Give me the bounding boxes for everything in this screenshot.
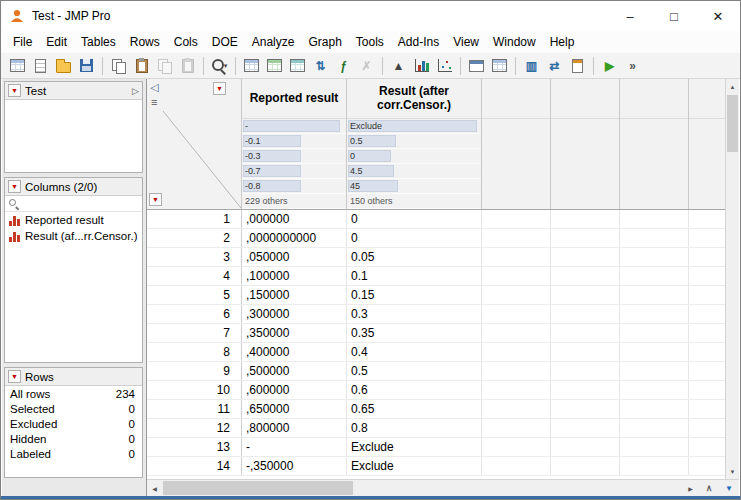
- jump-to-top-icon[interactable]: ∧: [699, 480, 719, 497]
- subset-button[interactable]: [263, 55, 286, 77]
- menu-item-graph[interactable]: Graph: [301, 33, 348, 51]
- cell-result[interactable]: 0.05: [347, 248, 482, 266]
- menu-item-cols[interactable]: Cols: [167, 33, 205, 51]
- row-number-cell[interactable]: 10: [147, 381, 242, 399]
- row-number-cell[interactable]: 2: [147, 229, 242, 247]
- header-preview-row[interactable]: -0.8: [242, 179, 346, 194]
- cell-reported-result[interactable]: ,100000: [242, 267, 347, 285]
- cell-result[interactable]: Exclude: [347, 457, 482, 475]
- title-bar[interactable]: Test - JMP Pro – □ ✕: [1, 1, 740, 31]
- header-graph-menu-icon[interactable]: ≡: [151, 96, 157, 108]
- cell-reported-result[interactable]: ,000000: [242, 210, 347, 228]
- maximize-button[interactable]: □: [652, 1, 696, 31]
- header-preview-row[interactable]: -: [242, 119, 346, 134]
- menu-item-rows[interactable]: Rows: [123, 33, 167, 51]
- close-button[interactable]: ✕: [696, 1, 740, 31]
- menu-item-doe[interactable]: DOE: [205, 33, 245, 51]
- header-preview-row[interactable]: 229 others: [242, 194, 346, 209]
- row-number-cell[interactable]: 12: [147, 419, 242, 437]
- vertical-scrollbar[interactable]: ▲ ▼: [725, 79, 739, 479]
- sort-ascending-button[interactable]: ▲: [387, 55, 410, 77]
- menu-item-window[interactable]: Window: [486, 33, 543, 51]
- row-number-cell[interactable]: 9: [147, 362, 242, 380]
- scroll-right-icon[interactable]: ▶: [683, 480, 698, 496]
- cell-reported-result[interactable]: ,500000: [242, 362, 347, 380]
- header-preview-row[interactable]: 4.5: [347, 164, 481, 179]
- header-preview-row[interactable]: -0.7: [242, 164, 346, 179]
- columns-menu-red-triangle-icon[interactable]: ▼: [213, 82, 226, 95]
- header-preview-row[interactable]: -0.3: [242, 149, 346, 164]
- cell-result[interactable]: 0.65: [347, 400, 482, 418]
- menu-item-view[interactable]: View: [446, 33, 486, 51]
- journal-button[interactable]: [566, 55, 589, 77]
- sort-button[interactable]: ⇅: [309, 55, 332, 77]
- join-button[interactable]: [286, 55, 309, 77]
- formula-editor-button[interactable]: ƒ: [332, 55, 355, 77]
- cell-reported-result[interactable]: ,400000: [242, 343, 347, 361]
- new-data-table-button[interactable]: [6, 55, 29, 77]
- tabulate-button[interactable]: [488, 55, 511, 77]
- columns-red-triangle-icon[interactable]: ▼: [8, 180, 21, 193]
- rows-red-triangle-icon[interactable]: ▼: [8, 370, 21, 383]
- new-journal-button[interactable]: [29, 55, 52, 77]
- menu-item-file[interactable]: File: [6, 33, 39, 51]
- rows-menu-red-triangle-icon[interactable]: ▼: [149, 193, 162, 206]
- header-preview-row[interactable]: 0.5: [347, 134, 481, 149]
- toolbar-options-button[interactable]: »: [621, 55, 644, 77]
- row-number-cell[interactable]: 6: [147, 305, 242, 323]
- header-preview-row[interactable]: 0: [347, 149, 481, 164]
- cell-reported-result[interactable]: ,600000: [242, 381, 347, 399]
- copy-button[interactable]: [107, 55, 130, 77]
- distribution-button[interactable]: [410, 55, 433, 77]
- header-preview-row[interactable]: 150 others: [347, 194, 481, 209]
- header-preview-row[interactable]: Exclude: [347, 119, 481, 134]
- cell-reported-result[interactable]: ,050000: [242, 248, 347, 266]
- vertical-scroll-thumb[interactable]: [727, 95, 738, 152]
- cell-reported-result[interactable]: ,0000000000: [242, 229, 347, 247]
- horizontal-scroll-thumb[interactable]: [163, 481, 353, 495]
- horizontal-scrollbar[interactable]: ◀ ▶: [147, 479, 698, 496]
- cell-result[interactable]: 0: [347, 229, 482, 247]
- row-number-cell[interactable]: 7: [147, 324, 242, 342]
- scroll-down-icon[interactable]: ▼: [726, 464, 739, 479]
- table-dropdown-icon[interactable]: ▼: [719, 480, 739, 497]
- scroll-up-icon[interactable]: ▲: [726, 79, 739, 94]
- menu-item-tables[interactable]: Tables: [74, 33, 123, 51]
- column-header-result-after-censor[interactable]: Result (after corr.Censor.)Exclude0.504.…: [347, 79, 482, 209]
- row-number-cell[interactable]: 1: [147, 210, 242, 228]
- cell-result[interactable]: 0.35: [347, 324, 482, 342]
- menu-item-help[interactable]: Help: [543, 33, 582, 51]
- panel-expand-icon[interactable]: ▷: [132, 86, 139, 96]
- cell-reported-result[interactable]: ,800000: [242, 419, 347, 437]
- menu-item-addins[interactable]: Add-Ins: [391, 33, 446, 51]
- column-switcher-button[interactable]: ⇄: [543, 55, 566, 77]
- menu-item-tools[interactable]: Tools: [349, 33, 391, 51]
- header-preview-row[interactable]: -0.1: [242, 134, 346, 149]
- row-number-cell[interactable]: 3: [147, 248, 242, 266]
- column-header-reported-result[interactable]: Reported result--0.1-0.3-0.7-0.8229 othe…: [242, 79, 347, 209]
- cell-reported-result[interactable]: ,650000: [242, 400, 347, 418]
- row-number-cell[interactable]: 11: [147, 400, 242, 418]
- run-script-button[interactable]: ▶: [598, 55, 621, 77]
- table-red-triangle-icon[interactable]: ▼: [8, 84, 21, 97]
- header-preview-row[interactable]: 45: [347, 179, 481, 194]
- columns-search-row[interactable]: [5, 196, 142, 212]
- graph-builder-button[interactable]: [465, 55, 488, 77]
- row-number-cell[interactable]: 5: [147, 286, 242, 304]
- cell-result[interactable]: 0.15: [347, 286, 482, 304]
- cell-result[interactable]: 0.1: [347, 267, 482, 285]
- cell-reported-result[interactable]: ,350000: [242, 324, 347, 342]
- cell-result[interactable]: 0.8: [347, 419, 482, 437]
- paste-button[interactable]: [130, 55, 153, 77]
- cell-reported-result[interactable]: ,150000: [242, 286, 347, 304]
- cell-result[interactable]: 0.6: [347, 381, 482, 399]
- column-list-item[interactable]: Reported result: [5, 212, 142, 228]
- cell-reported-result[interactable]: -,350000: [242, 457, 347, 475]
- row-number-cell[interactable]: 13: [147, 438, 242, 456]
- collapse-sidebar-icon[interactable]: ◁: [150, 81, 158, 94]
- minimize-button[interactable]: –: [608, 1, 652, 31]
- data-filter-button[interactable]: ▥: [520, 55, 543, 77]
- cell-result[interactable]: 0.4: [347, 343, 482, 361]
- cell-result[interactable]: 0.5: [347, 362, 482, 380]
- cell-result[interactable]: 0: [347, 210, 482, 228]
